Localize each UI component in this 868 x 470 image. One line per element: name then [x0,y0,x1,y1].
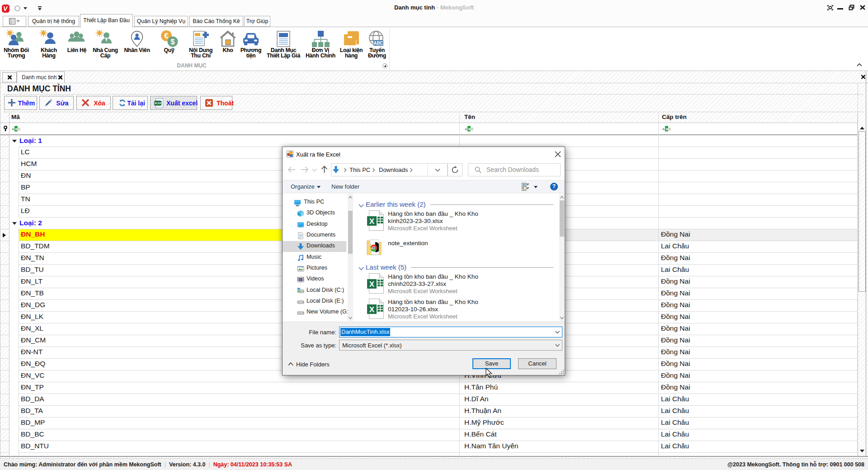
svg-text:B: B [15,127,18,131]
svg-text:B: B [468,127,471,131]
svg-text:XLSX: XLSX [154,102,161,104]
svg-text:A: A [662,127,665,131]
svg-text:ABC: ABC [373,41,383,46]
svg-text:A: A [465,127,467,131]
svg-text:$: $ [171,38,175,46]
svg-text:€: € [164,32,169,40]
svg-text:A: A [12,127,14,131]
svg-text:X: X [369,305,375,314]
svg-text:C: C [471,127,473,131]
svg-text:X: X [369,280,375,289]
svg-text:X: X [369,217,375,226]
svg-text:B: B [666,127,669,131]
svg-text:C: C [18,127,20,131]
svg-text:C: C [669,127,671,131]
